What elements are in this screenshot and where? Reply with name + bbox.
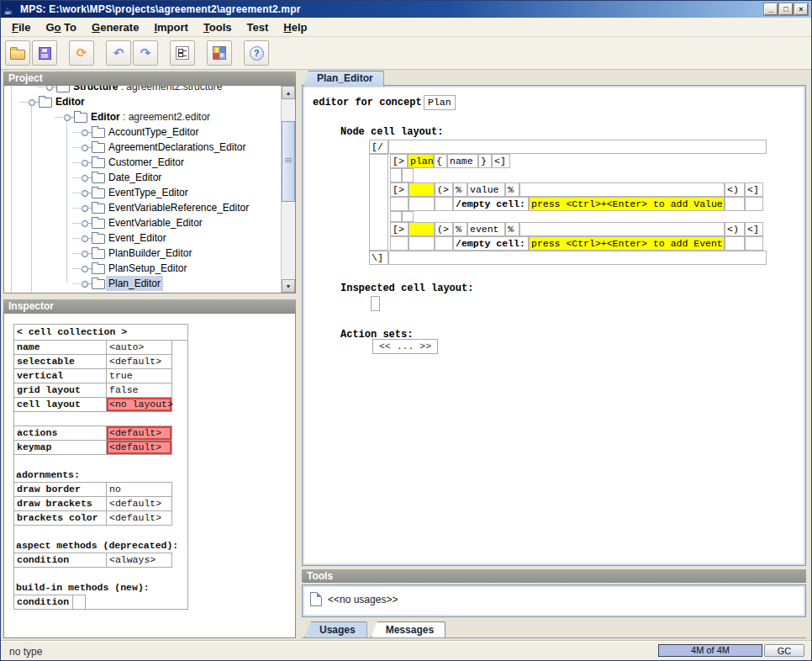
editor-cell[interactable] (369, 154, 388, 251)
editor-cell[interactable]: (> (435, 222, 453, 236)
editor-cell[interactable]: { (434, 154, 447, 168)
editor-cell[interactable] (409, 182, 435, 197)
tree-toggle-icon[interactable] (82, 160, 88, 167)
editor-cell[interactable]: <] (745, 182, 763, 197)
editor-cell[interactable]: <] (745, 222, 763, 236)
editor-cell[interactable] (745, 236, 763, 251)
tree-toggle-icon[interactable] (82, 175, 88, 182)
tree-item-agreementdeclarations-editor[interactable]: AgreementDeclarations_Editor (4, 140, 282, 155)
editor-cell[interactable]: <) (725, 222, 745, 236)
open-button[interactable] (5, 40, 30, 66)
editor-cell-event[interactable]: event (467, 222, 505, 236)
editor-cell-press-ctrl-enter-to-add-value[interactable]: press <Ctrl>+<Enter> to add Value (529, 197, 725, 211)
check-options-button[interactable] (170, 40, 195, 66)
editor-cell[interactable] (409, 236, 435, 251)
undo-button[interactable] (106, 40, 131, 66)
tree-item-customer-editor[interactable]: Customer_Editor (4, 155, 282, 170)
tree-item-date-editor[interactable]: Date_Editor (4, 170, 282, 185)
inspector-value-cell-layout[interactable]: <no layout> (107, 397, 172, 411)
memory-indicator[interactable]: 4M of 4M (658, 644, 762, 657)
tree-item-plansetup-editor[interactable]: PlanSetup_Editor (4, 261, 282, 276)
inspector-value-grid-layout[interactable]: false (107, 383, 172, 397)
tree-toggle-icon[interactable] (64, 114, 71, 121)
editor-cell[interactable]: [/ (369, 140, 388, 154)
inspector-value-draw-border[interactable]: no (107, 482, 172, 496)
editor-cell[interactable] (390, 236, 409, 251)
tree-item-planbuilder-editor[interactable]: PlanBuilder_Editor (4, 246, 282, 261)
save-button[interactable] (32, 40, 57, 66)
editor-cell[interactable] (745, 197, 763, 211)
tree-item-eventtype-editor[interactable]: EventType_Editor (4, 185, 282, 200)
generate-button[interactable] (207, 40, 232, 66)
inspector-value-vertical[interactable]: true (107, 368, 172, 383)
inspector-value-brackets-color[interactable]: <default> (107, 510, 172, 525)
inspector-value-selectable[interactable]: <default> (107, 354, 172, 368)
tab-usages[interactable]: Usages (304, 621, 367, 637)
tab-plan-editor[interactable]: Plan_Editor (303, 71, 384, 87)
editor-cell-press-ctrl-enter-to-add-event[interactable]: press <Ctrl>+<Enter> to add Event (529, 236, 725, 251)
action-sets-cell[interactable]: << ... >> (372, 339, 438, 354)
editor-cell[interactable] (519, 182, 725, 197)
tree-item-editor-agreement2-editor[interactable]: Editor : agreement2.editor (4, 109, 282, 124)
help-button[interactable] (244, 40, 269, 66)
tree-scrollbar[interactable]: ▲ ▼ (281, 86, 295, 293)
scroll-up-button[interactable]: ▲ (282, 86, 295, 99)
editor-cell[interactable] (435, 236, 453, 251)
editor-cell[interactable]: % (505, 182, 519, 197)
editor-cell[interactable] (390, 197, 409, 211)
editor-cell-name[interactable]: name (447, 154, 478, 168)
inspector-value-draw-brackets[interactable]: <default> (107, 496, 172, 510)
inspector-value-condition[interactable]: <always> (107, 553, 172, 567)
menu-item-generate[interactable]: Generate (84, 21, 146, 34)
menu-item-test[interactable]: Test (240, 21, 277, 34)
editor-cell[interactable] (390, 211, 402, 222)
editor-cell-empty-cell[interactable]: /empty cell: (453, 197, 529, 211)
tree-toggle-icon[interactable] (82, 266, 88, 272)
tree-toggle-icon[interactable] (82, 205, 88, 212)
tree-toggle-icon[interactable] (46, 85, 53, 91)
editor-cell[interactable]: [> (390, 182, 409, 197)
menu-item-help[interactable]: Help (276, 21, 314, 34)
editor-cell[interactable]: <) (725, 182, 745, 197)
close-button[interactable]: × (794, 3, 808, 15)
inspector-value-actions[interactable]: <default> (107, 426, 172, 440)
editor-cell[interactable]: \] (369, 251, 388, 265)
tree-toggle-icon[interactable] (82, 145, 88, 151)
editor-cell[interactable] (725, 197, 745, 211)
editor-cell[interactable]: <] (492, 154, 510, 168)
redo-button[interactable] (133, 40, 158, 66)
editor-cell[interactable] (519, 222, 725, 236)
menu-item-tools[interactable]: Tools (196, 21, 240, 34)
editor-cell[interactable] (409, 222, 435, 236)
tree-toggle-icon[interactable] (82, 281, 88, 288)
reload-button[interactable] (69, 40, 94, 66)
scroll-down-button[interactable]: ▼ (282, 279, 295, 293)
minimize-button[interactable]: _ (764, 3, 778, 15)
tree-toggle-icon[interactable] (82, 220, 88, 227)
menu-item-go-to[interactable]: Go To (38, 21, 84, 34)
inspector-value-name[interactable]: <auto> (107, 340, 172, 354)
editor-cell[interactable] (390, 168, 402, 182)
tree-toggle-icon[interactable] (82, 130, 88, 136)
tree-item-eventvariablereference-editor[interactable]: EventVariableReference_Editor (4, 200, 282, 215)
editor-cell[interactable] (388, 140, 767, 154)
editor-cell[interactable]: % (505, 222, 519, 236)
tree-toggle-icon[interactable] (29, 99, 35, 106)
tree-toggle-icon[interactable] (82, 251, 88, 257)
editor-cell[interactable]: % (453, 182, 467, 197)
editor-cell[interactable]: (> (435, 182, 453, 197)
inspected-cell-empty-cell[interactable] (371, 296, 380, 311)
menu-item-import[interactable]: Import (146, 21, 195, 34)
tree-item-eventvariable-editor[interactable]: EventVariable_Editor (4, 215, 282, 230)
editor-cell[interactable] (725, 236, 745, 251)
inspector-value-keymap[interactable]: <default> (107, 440, 172, 454)
tree-item-event-editor[interactable]: Event_Editor (4, 230, 282, 246)
editor-cell[interactable] (435, 197, 453, 211)
editor-cell-plan[interactable]: plan (408, 154, 434, 168)
editor-cell[interactable] (388, 251, 767, 265)
scrollbar-thumb[interactable] (282, 121, 295, 202)
editor-cell[interactable]: } (478, 154, 492, 168)
inspector-header-cell[interactable]: < cell collection > (14, 325, 187, 340)
editor-cell[interactable] (409, 197, 435, 211)
tree-item-editor[interactable]: Editor (4, 94, 282, 109)
